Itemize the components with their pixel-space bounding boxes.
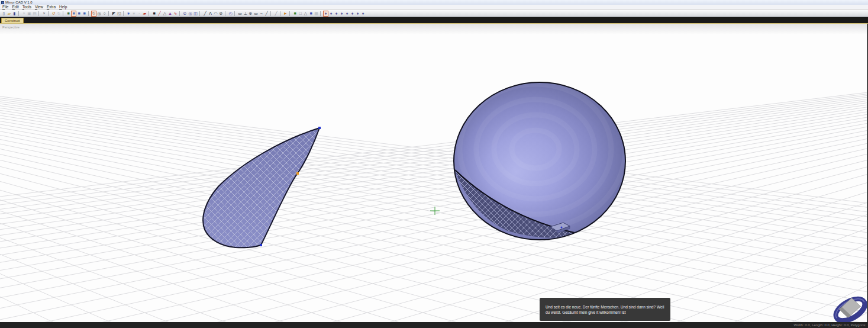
zoom-button[interactable]: ○ — [102, 11, 107, 17]
view-ghost-button[interactable]: ■ — [82, 11, 87, 17]
window-title: Mirror CAD V 1.0 — [5, 0, 33, 5]
surface-tool-button[interactable]: ◴ — [228, 11, 233, 17]
new-file-button[interactable]: ▯ — [1, 11, 7, 17]
texture-button[interactable]: ▲ — [167, 11, 173, 17]
lamp-5-button[interactable]: ♠ — [344, 11, 350, 17]
select-box-button[interactable]: ◱ — [117, 11, 122, 17]
cylinder-tool-button[interactable]: ◫ — [193, 11, 198, 17]
menu-help[interactable]: Help — [57, 5, 69, 9]
open-file-button[interactable]: ▱ — [7, 11, 12, 17]
diagonal-tool-button[interactable]: ╱ — [264, 11, 269, 17]
menu-edit[interactable]: Edit — [11, 5, 21, 9]
material-triangle-button[interactable]: △ — [303, 11, 308, 17]
paste-button[interactable]: ▤ — [32, 11, 37, 17]
material-blue-button[interactable]: ■ — [308, 11, 314, 17]
viewport-tab-bar: Construct — [0, 17, 868, 24]
undo-button[interactable]: ↺ — [51, 11, 56, 17]
copy-button[interactable]: ▣ — [27, 11, 32, 17]
material-green-button[interactable]: ■ — [292, 11, 298, 17]
lamp-7-button[interactable]: ♠ — [355, 11, 360, 17]
face-mode-button[interactable]: △ — [162, 11, 167, 17]
menu-bar: FileEditToolsViewExtraHelp — [0, 5, 868, 10]
torus-ring-object[interactable] — [832, 294, 868, 322]
corner-tool-button[interactable]: ¬ — [259, 11, 264, 17]
scene-canvas[interactable] — [0, 24, 868, 322]
app-window: Mirror CAD V 1.0 FileEditToolsViewExtraH… — [0, 0, 868, 328]
arc-tool-button[interactable]: ◠ — [213, 11, 218, 17]
polyline-tool-button[interactable]: Λ — [208, 11, 213, 17]
view-solid-button[interactable]: ■ — [66, 11, 71, 17]
viewport[interactable]: Perspective — [0, 24, 868, 322]
box-control-point[interactable] — [561, 227, 563, 229]
disc-tool-button[interactable]: ◎ — [188, 11, 193, 17]
snap-grid-button[interactable]: ∗ — [131, 11, 137, 17]
flag-tool-button[interactable]: ► — [283, 11, 288, 17]
snap-button[interactable]: ∗ — [126, 11, 131, 17]
line-style-button[interactable]: ╱ — [157, 11, 162, 17]
view-wireframe-button[interactable]: ■ — [76, 11, 82, 17]
ellipse-tool-button[interactable]: ⊘ — [218, 11, 224, 17]
lamp-6-button[interactable]: ♠ — [350, 11, 355, 17]
save-file-button[interactable]: ▮ — [12, 11, 17, 17]
view-mode-label: Perspective — [2, 25, 20, 29]
rectangle-tool-button[interactable]: ▭ — [237, 11, 243, 17]
lamp-4-button[interactable]: ♠ — [339, 11, 344, 17]
title-bar: Mirror CAD V 1.0 — [0, 0, 868, 5]
select-button[interactable]: ◤ — [111, 11, 117, 17]
spline-button[interactable]: ∿ — [173, 11, 178, 17]
zoom-window-button[interactable]: ◎ — [96, 11, 102, 17]
circle-tool-button[interactable]: ⊙ — [182, 11, 188, 17]
erase-button[interactable]: ▰ — [142, 11, 147, 17]
cut-button[interactable]: × — [21, 11, 27, 17]
menu-view[interactable]: View — [33, 5, 45, 9]
status-bar: Width: 0.0, Length: 0.0, Height: 0.0, Po… — [0, 322, 868, 328]
delete-button[interactable]: × — [41, 11, 47, 17]
perspective-grid — [0, 27, 868, 322]
material-white-button[interactable]: □ — [298, 11, 303, 17]
app-icon — [1, 1, 4, 4]
box-tool-button[interactable]: ▭ — [253, 11, 259, 17]
control-point-bottom[interactable] — [260, 244, 262, 246]
message-tooltip: Und seit es die neue. Der fünfte Mensche… — [540, 298, 670, 321]
material-gray-button[interactable]: ▦ — [314, 11, 319, 17]
tab-construct[interactable]: Construct — [1, 18, 24, 23]
sphere-object[interactable] — [446, 70, 625, 240]
lamp-2-button[interactable]: ♠ — [328, 11, 334, 17]
lamp-3-button[interactable]: ♠ — [334, 11, 339, 17]
orbit-button[interactable]: ↻ — [91, 11, 96, 17]
line-tool-button[interactable]: ╱ — [202, 11, 208, 17]
menu-file[interactable]: File — [1, 5, 11, 9]
move-tool-button[interactable]: ⊕ — [248, 11, 253, 17]
lamp-8-button[interactable]: ♠ — [360, 11, 366, 17]
horizon-haze — [0, 24, 868, 34]
sail-surface-outline — [203, 128, 320, 247]
extrude-tool-button[interactable]: ⊥ — [243, 11, 248, 17]
color-swatch-button[interactable]: ■ — [151, 11, 157, 17]
main-toolbar: ▯▱▮×▣▤×↺↻■■■■↻◎○◤◱∗∗▫▰■╱△▲∿⊙◎◫╱Λ◠⊘◴▭⊥⊕▭¬… — [0, 10, 868, 17]
view-shaded-button[interactable]: ■ — [71, 11, 76, 17]
redo-button[interactable]: ↻ — [56, 11, 62, 17]
menu-tools[interactable]: Tools — [21, 5, 33, 9]
snap-angle-button[interactable]: ▫ — [137, 11, 142, 17]
lamp-1-button[interactable]: ♠ — [323, 11, 328, 17]
control-point-selected[interactable] — [296, 172, 299, 175]
menu-extra[interactable]: Extra — [45, 5, 57, 9]
measure-tool-button[interactable]: ╱ — [273, 11, 279, 17]
control-point-top[interactable] — [318, 127, 321, 129]
